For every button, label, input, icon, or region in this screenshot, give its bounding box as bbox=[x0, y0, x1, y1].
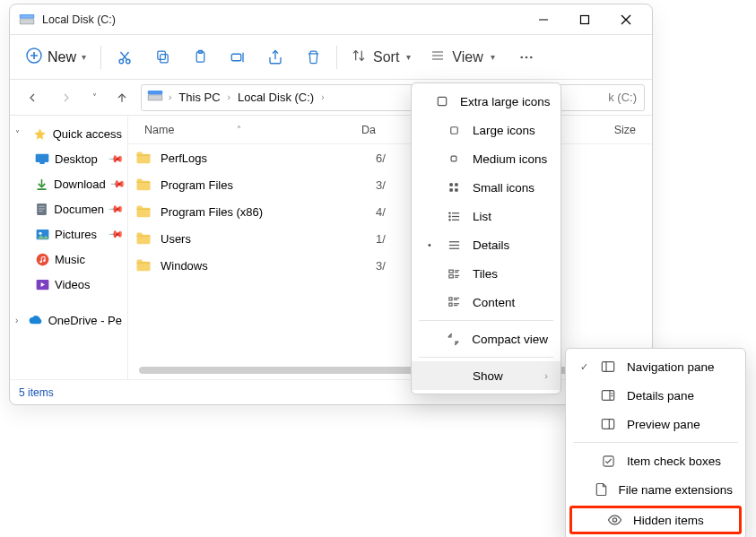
breadcrumb-current[interactable]: Local Disk (C:) bbox=[236, 91, 316, 104]
sidebar-item-documents[interactable]: Documen 📌 bbox=[10, 196, 127, 221]
details-icon bbox=[446, 237, 462, 253]
nav-pane-icon bbox=[600, 359, 616, 375]
menu-content[interactable]: Content bbox=[412, 288, 560, 316]
menu-large-icons[interactable]: Large icons bbox=[412, 116, 560, 144]
svg-rect-32 bbox=[39, 162, 44, 164]
menu-show[interactable]: Show› bbox=[412, 361, 560, 390]
document-icon bbox=[35, 202, 48, 216]
menu-compact-view[interactable]: Compact view bbox=[412, 325, 560, 353]
eye-icon bbox=[606, 512, 622, 528]
svg-point-42 bbox=[43, 259, 46, 262]
sidebar-item-videos[interactable]: Videos bbox=[10, 272, 127, 297]
rename-button[interactable] bbox=[220, 41, 256, 74]
file-row[interactable]: PerfLogs6/ bbox=[128, 144, 652, 171]
chevron-down-icon: ▾ bbox=[406, 52, 411, 62]
file-row[interactable]: Program Files (x86)4/ bbox=[128, 198, 652, 225]
view-label: View bbox=[452, 49, 482, 65]
titlebar: Local Disk (C:) bbox=[10, 4, 652, 35]
svg-rect-1 bbox=[21, 19, 34, 23]
more-button[interactable] bbox=[506, 41, 547, 74]
file-row[interactable]: Users1/ bbox=[128, 225, 652, 252]
recent-button[interactable]: ˅ bbox=[85, 82, 103, 113]
svg-point-39 bbox=[39, 231, 41, 234]
sidebar-label: Quick access bbox=[53, 127, 122, 141]
star-icon bbox=[33, 126, 48, 141]
minimize-button[interactable] bbox=[523, 5, 564, 34]
menu-file-extensions[interactable]: File name extensions bbox=[566, 475, 745, 504]
svg-rect-46 bbox=[451, 156, 456, 161]
back-button[interactable] bbox=[17, 82, 48, 113]
svg-rect-30 bbox=[148, 91, 163, 95]
up-button[interactable] bbox=[107, 82, 137, 113]
svg-point-81 bbox=[613, 518, 616, 522]
sidebar-label: Documen bbox=[54, 203, 104, 216]
chevron-right-icon: › bbox=[228, 92, 230, 102]
menu-navigation-pane[interactable]: ✓Navigation pane bbox=[566, 352, 745, 381]
sidebar-label: OneDrive - Pe bbox=[48, 314, 122, 327]
cut-button[interactable] bbox=[107, 41, 143, 74]
menu-preview-pane[interactable]: Preview pane bbox=[566, 410, 745, 438]
videos-icon bbox=[35, 277, 49, 291]
menu-small-icons[interactable]: Small icons bbox=[412, 173, 560, 202]
menu-medium-icons[interactable]: Medium icons bbox=[412, 144, 560, 173]
svg-point-54 bbox=[448, 212, 449, 213]
menu-list[interactable]: List bbox=[412, 202, 560, 230]
svg-point-25 bbox=[520, 56, 523, 58]
sidebar-quick-access[interactable]: ˅ Quick access bbox=[10, 121, 127, 146]
view-menu: Extra large icons Large icons Medium ico… bbox=[411, 82, 561, 394]
window-controls bbox=[523, 5, 647, 34]
share-button[interactable] bbox=[257, 41, 293, 74]
svg-rect-72 bbox=[602, 362, 613, 372]
sidebar: ˅ Quick access Desktop 📌 Download 📌 Docu… bbox=[10, 116, 128, 379]
column-name[interactable]: Name˄ bbox=[128, 124, 361, 136]
svg-rect-78 bbox=[602, 420, 613, 429]
menu-extra-large-icons[interactable]: Extra large icons bbox=[412, 87, 560, 116]
menu-details-pane[interactable]: Details pane bbox=[566, 381, 745, 410]
sidebar-item-desktop[interactable]: Desktop 📌 bbox=[10, 146, 127, 171]
file-row[interactable]: Windows3/ bbox=[128, 252, 652, 279]
sort-button[interactable]: Sort ▾ bbox=[343, 41, 420, 74]
menu-tiles[interactable]: Tiles bbox=[412, 259, 560, 288]
svg-rect-50 bbox=[455, 188, 458, 192]
view-button[interactable]: View ▾ bbox=[421, 41, 503, 74]
folder-icon bbox=[135, 204, 153, 219]
menu-hidden-items[interactable]: Hidden items bbox=[569, 506, 742, 534]
svg-rect-48 bbox=[455, 183, 458, 186]
copy-button[interactable] bbox=[144, 41, 180, 74]
menu-separator bbox=[419, 357, 553, 358]
separator bbox=[336, 46, 337, 69]
forward-button[interactable] bbox=[51, 82, 82, 113]
svg-point-40 bbox=[36, 253, 48, 265]
svg-point-11 bbox=[119, 59, 124, 64]
list-pane: Name˄ Da Size PerfLogs6/ Program Files3/… bbox=[128, 116, 652, 379]
column-headers: Name˄ Da Size bbox=[128, 116, 652, 144]
checkbox-icon bbox=[600, 453, 616, 469]
column-size[interactable]: Size bbox=[614, 124, 652, 136]
folder-icon bbox=[135, 178, 153, 192]
file-row[interactable]: Program Files3/ bbox=[128, 171, 652, 198]
sidebar-item-downloads[interactable]: Download 📌 bbox=[10, 171, 127, 196]
menu-separator bbox=[419, 320, 553, 321]
delete-button[interactable] bbox=[295, 41, 331, 74]
sidebar-item-pictures[interactable]: Pictures 📌 bbox=[10, 221, 127, 247]
sidebar-onedrive[interactable]: › OneDrive - Pe bbox=[10, 307, 127, 333]
maximize-button[interactable] bbox=[564, 5, 605, 34]
svg-rect-34 bbox=[37, 204, 47, 215]
chevron-down-icon: ˅ bbox=[15, 129, 28, 139]
tiles-icon bbox=[446, 265, 462, 281]
new-button[interactable]: New ▾ bbox=[17, 41, 95, 74]
svg-rect-31 bbox=[36, 154, 49, 162]
svg-rect-60 bbox=[448, 270, 452, 273]
breadcrumb-root[interactable]: This PC bbox=[177, 91, 222, 104]
column-date[interactable]: Da bbox=[361, 124, 415, 136]
close-button[interactable] bbox=[605, 5, 647, 34]
menu-details[interactable]: •Details bbox=[412, 230, 560, 259]
paste-button[interactable] bbox=[182, 41, 218, 74]
status-text: 5 items bbox=[19, 386, 54, 399]
svg-rect-74 bbox=[602, 391, 613, 401]
svg-rect-47 bbox=[449, 183, 453, 186]
sm-icons-icon bbox=[446, 179, 462, 195]
sidebar-item-music[interactable]: Music bbox=[10, 247, 127, 272]
menu-item-checkboxes[interactable]: Item check boxes bbox=[566, 446, 745, 475]
check-icon: ✓ bbox=[578, 361, 589, 373]
